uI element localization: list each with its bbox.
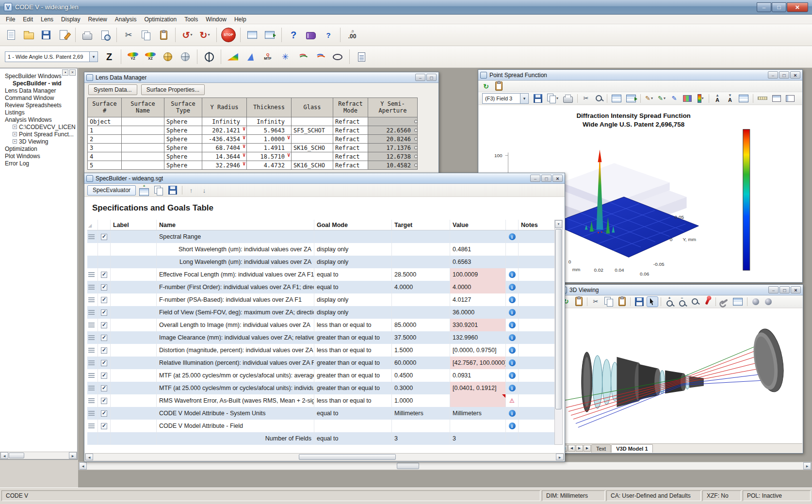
y-semi-aperture-cell[interactable]: 20.8246 bbox=[368, 135, 418, 144]
info-icon[interactable] bbox=[509, 296, 516, 303]
target-cell[interactable]: 85.0000 bbox=[392, 319, 450, 331]
target-cell[interactable]: 1.5000 bbox=[392, 344, 450, 357]
name-cell[interactable]: F-number (PSA-Based): individual values … bbox=[157, 293, 314, 306]
sidebar-item-c-codevcv-licen[interactable]: +C:\CODEVCV_LICEN bbox=[0, 123, 77, 130]
save-file-button[interactable] bbox=[38, 26, 54, 44]
spec-row-number-of-fields[interactable]: Number of Fieldsequal to33 bbox=[87, 432, 555, 445]
footprint-button[interactable] bbox=[329, 48, 346, 65]
tab-nav-button-1[interactable]: ◀ bbox=[568, 445, 575, 452]
value-cell[interactable]: 3 bbox=[450, 432, 506, 445]
value-cell[interactable]: [0.0401, 0.1912] bbox=[450, 382, 506, 394]
spec-row-short-wavelength-um-individual-values-ov[interactable]: Short Wavelength (um): individual values… bbox=[87, 243, 555, 256]
thickness-cell[interactable]: 1.4911 bbox=[247, 144, 292, 152]
name-cell[interactable]: Spectral Range bbox=[157, 230, 314, 243]
spec-vscrollbar[interactable] bbox=[554, 220, 563, 445]
checkbox[interactable] bbox=[101, 272, 107, 278]
target-cell[interactable] bbox=[392, 256, 450, 268]
label-cell[interactable] bbox=[111, 357, 157, 369]
spec-hscrollbar[interactable] bbox=[85, 453, 564, 461]
refract-mode-cell[interactable]: Refract bbox=[333, 135, 368, 144]
menu-display[interactable]: Display bbox=[57, 15, 84, 24]
chevron-down-icon[interactable] bbox=[89, 52, 97, 62]
checkbox[interactable] bbox=[101, 347, 107, 354]
name-cell[interactable]: Number of Fields bbox=[157, 432, 314, 445]
drag-handle-icon[interactable] bbox=[88, 325, 95, 325]
target-cell[interactable] bbox=[392, 420, 450, 432]
stop-button[interactable]: STOP bbox=[220, 26, 237, 44]
glass-cell[interactable]: SF5_SCHOT bbox=[292, 126, 333, 135]
chevron-down-icon[interactable] bbox=[520, 94, 528, 103]
goal-mode-cell[interactable]: less than or equal to bbox=[314, 319, 392, 331]
sidebar-item-command-window[interactable]: Command Window bbox=[0, 94, 77, 101]
label-cell[interactable] bbox=[111, 230, 157, 243]
info-icon[interactable] bbox=[509, 271, 516, 278]
tab-text[interactable]: Text bbox=[591, 444, 611, 453]
goal-mode-cell[interactable] bbox=[314, 420, 392, 432]
copy-plot-button[interactable]: ▾ bbox=[545, 93, 560, 104]
spec-row-effective-focal-length-mm-individual-val[interactable]: Effective Focal Length (mm): individual … bbox=[87, 268, 555, 281]
copy-button[interactable] bbox=[602, 296, 615, 307]
expand-icon[interactable]: + bbox=[13, 132, 17, 136]
glass-cell[interactable] bbox=[292, 117, 333, 126]
label-cell[interactable] bbox=[111, 256, 157, 268]
cut-button[interactable]: ✂ bbox=[120, 26, 137, 44]
sidebar-item-point-spread-funct[interactable]: +Point Spread Funct... bbox=[0, 130, 77, 138]
y-radius-cell[interactable]: Infinity bbox=[202, 117, 247, 126]
value-cell[interactable]: [0.0000, 0.9750] bbox=[450, 344, 506, 357]
menu-optimization[interactable]: Optimization bbox=[140, 15, 180, 24]
name-cell[interactable]: MTF (at 25.000 cycles/mm or cycles/afoca… bbox=[157, 369, 314, 382]
drag-handle-icon[interactable] bbox=[88, 236, 95, 237]
clipboard-button[interactable] bbox=[573, 296, 585, 307]
drag-handle-icon[interactable] bbox=[88, 413, 95, 414]
name-cell[interactable]: Long Wavelength (um): individual values … bbox=[157, 256, 314, 268]
aperture-button[interactable] bbox=[201, 48, 217, 65]
annotate-pencil-button[interactable]: ✎▾ bbox=[643, 93, 655, 104]
drag-handle-icon[interactable] bbox=[88, 274, 95, 275]
ldm-row-surface-4[interactable]: 4Sphere14.3644V18.5710VRefract12.6738 bbox=[88, 152, 418, 161]
pin-sidebar-button[interactable]: ▪ bbox=[62, 69, 68, 76]
name-cell[interactable]: Image Clearance (mm): individual values … bbox=[157, 331, 314, 344]
context-help-button[interactable]: ? bbox=[320, 26, 337, 44]
label-cell[interactable] bbox=[111, 407, 157, 420]
value-cell[interactable] bbox=[450, 420, 506, 432]
worksheet-buffer-button[interactable] bbox=[261, 26, 278, 44]
y-semi-aperture-cell[interactable] bbox=[368, 117, 418, 126]
y-semi-aperture-cell[interactable]: 17.1376 bbox=[368, 144, 418, 152]
tab-nav-button-3[interactable]: ▶ bbox=[584, 445, 591, 452]
copy-data-button[interactable] bbox=[624, 93, 638, 104]
notes-cell[interactable] bbox=[519, 369, 555, 382]
name-cell[interactable]: Field of View (Semi-FOV, deg): maximum o… bbox=[157, 306, 314, 319]
drag-handle-icon[interactable] bbox=[88, 337, 95, 338]
add-spec-button[interactable]: + bbox=[137, 185, 151, 195]
tab-v3d-model-1[interactable]: V3D Model 1 bbox=[611, 444, 652, 453]
ldm-minimize-button[interactable] bbox=[415, 74, 425, 81]
checkbox[interactable] bbox=[101, 309, 107, 316]
edit-file-button[interactable] bbox=[55, 26, 72, 44]
notes-cell[interactable] bbox=[519, 306, 555, 319]
notes-cell[interactable] bbox=[519, 256, 555, 268]
target-cell[interactable] bbox=[392, 306, 450, 319]
label-cell[interactable] bbox=[111, 243, 157, 256]
minimize-button[interactable] bbox=[757, 2, 771, 12]
glass-cell[interactable]: SK16_SCHO bbox=[292, 144, 333, 152]
name-cell[interactable]: MTF (at 25.000 cycles/mm or cycles/afoca… bbox=[157, 382, 314, 394]
thickness-cell[interactable]: 4.4732 bbox=[247, 161, 292, 170]
drag-handle-icon[interactable] bbox=[88, 287, 95, 288]
name-cell[interactable]: CODE V Model Attribute - System Units bbox=[157, 407, 314, 420]
mtf-analysis-button[interactable]: QMTF bbox=[260, 48, 276, 65]
label-cell[interactable] bbox=[111, 306, 157, 319]
name-cell[interactable]: Distortion (magnitude, percent): individ… bbox=[157, 344, 314, 357]
target-cell[interactable]: 60.0000 bbox=[392, 357, 450, 369]
target-cell[interactable]: Millimeters bbox=[392, 407, 450, 420]
refresh-button[interactable]: ↻ bbox=[480, 81, 492, 92]
value-cell[interactable]: Millimeters bbox=[450, 407, 506, 420]
label-cell[interactable] bbox=[111, 432, 157, 445]
name-cell[interactable]: RMS Wavefront Error, As-Built (waves RMS… bbox=[157, 394, 314, 407]
target-cell[interactable]: 0.3000 bbox=[392, 382, 450, 394]
value-cell[interactable] bbox=[450, 394, 506, 407]
target-cell[interactable]: 28.5000 bbox=[392, 268, 450, 281]
info-icon[interactable] bbox=[509, 347, 516, 354]
notes-cell[interactable] bbox=[519, 344, 555, 357]
spot-diagram-button[interactable]: ✳ bbox=[277, 48, 293, 65]
goal-mode-cell[interactable]: greater than or equal to bbox=[314, 382, 392, 394]
